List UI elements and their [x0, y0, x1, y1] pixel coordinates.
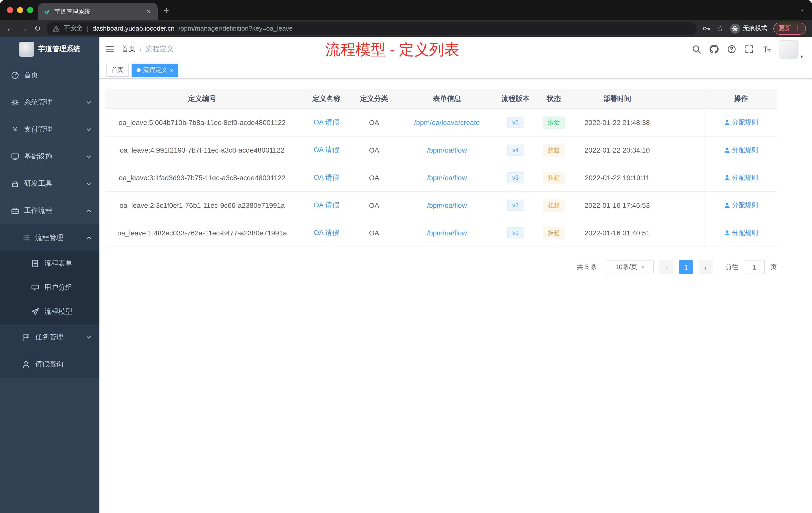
security-label: 不安全 [64, 24, 83, 33]
sidebar-item-label: 支付管理 [24, 125, 52, 134]
sidebar-item-process-model[interactable]: 流程模型 [0, 300, 99, 324]
sidebar-item-home[interactable]: 首页 [0, 62, 99, 89]
assign-rule-button[interactable]: 分配规则 [724, 118, 758, 127]
deploy-time: 2022-01-22 20:34:10 [577, 137, 658, 163]
reload-button[interactable]: ↻ [34, 24, 41, 33]
column-header: 定义分类 [354, 89, 394, 109]
tag-close-icon[interactable]: × [170, 66, 173, 73]
chrome-update-button[interactable]: 更新 ⋮ [773, 22, 806, 34]
definition-category: OA [354, 192, 394, 219]
toolbar-right: ☆ 无痕模式 更新 ⋮ [702, 22, 806, 34]
column-header: 定义名称 [299, 89, 354, 109]
pagination-total: 共 5 条 [577, 263, 597, 272]
new-tab-button[interactable]: + [164, 5, 169, 16]
bookmark-star-icon[interactable]: ☆ [717, 24, 724, 33]
key-icon[interactable] [702, 24, 710, 32]
pagination: 共 5 条 10条/页 ▾ ‹ 1 › 前往 页 [106, 260, 777, 274]
definition-name-link[interactable]: OA 请假 [314, 118, 340, 127]
search-icon[interactable] [692, 45, 701, 54]
window-close-button[interactable] [7, 7, 13, 13]
browser-window: 芋道管理系统 × + ⌄ ← → ↻ 不安全 | dashboard.yudao… [0, 0, 812, 513]
process-management-submenu: 流程表单 用户分组 流程模型 [0, 251, 99, 324]
back-button[interactable]: ← [6, 24, 14, 33]
tag-home[interactable]: 首页 [107, 63, 128, 77]
table-row: oa_leave:3:1fad3d93-7b75-11ec-a3c8-acde4… [106, 164, 777, 192]
gear-icon [11, 98, 19, 107]
form-link[interactable]: /bpm/oa/flow [427, 229, 467, 237]
chevron-down-icon [86, 335, 91, 340]
sidebar-item-infrastructure[interactable]: 基础设施 [0, 143, 99, 170]
definition-id: oa_leave:2:3c1f0ef1-76b1-11ec-9c66-a2380… [106, 192, 299, 219]
page-size-select[interactable]: 10条/页 ▾ [606, 260, 654, 274]
sidebar-item-label: 流程表单 [44, 259, 72, 268]
incognito-indicator: 无痕模式 [730, 23, 767, 33]
sidebar-item-label: 基础设施 [24, 152, 52, 161]
sidebar-item-payment[interactable]: ¥ 支付管理 [0, 116, 99, 143]
yen-icon: ¥ [11, 125, 19, 133]
column-header: 状态 [531, 89, 577, 109]
form-link[interactable]: /bpm/oa/flow [427, 174, 467, 182]
sidebar-item-label: 请假查询 [35, 360, 63, 369]
browser-tab[interactable]: 芋道管理系统 × [38, 3, 158, 20]
address-bar[interactable]: 不安全 | dashboard.yudao.iocoder.cn/bpm/man… [47, 22, 697, 35]
sidebar-item-system[interactable]: 系统管理 [0, 89, 99, 116]
github-icon[interactable] [709, 45, 719, 54]
tag-process-definition[interactable]: 流程定义 × [132, 63, 178, 77]
dashboard-icon [11, 71, 19, 79]
prev-page-button[interactable]: ‹ [659, 260, 673, 274]
sidebar-item-devtools[interactable]: 研发工具 [0, 170, 99, 197]
fullscreen-icon[interactable] [745, 45, 754, 54]
sidebar-item-user-group[interactable]: 用户分组 [0, 276, 99, 300]
sidebar-item-label: 首页 [24, 71, 38, 80]
page-jump-input[interactable] [744, 260, 765, 274]
window-zoom-button[interactable] [27, 7, 33, 13]
browser-menu-icon[interactable]: ⋮ [794, 25, 801, 32]
help-icon[interactable] [727, 45, 736, 54]
tab-search-chevron-icon[interactable]: ⌄ [800, 5, 805, 12]
sidebar-item-task-management[interactable]: 任务管理 [0, 324, 99, 351]
browser-toolbar: ← → ↻ 不安全 | dashboard.yudao.iocoder.cn/b… [0, 20, 812, 37]
sidebar-item-process-management[interactable]: 流程管理 [0, 224, 99, 251]
form-link[interactable]: /bpm/oa/leave/create [414, 118, 480, 126]
definition-name-link[interactable]: OA 请假 [314, 173, 340, 182]
sidebar-logo[interactable]: 芋道管理系统 [0, 37, 99, 62]
definition-name-link[interactable]: OA 请假 [314, 201, 340, 210]
column-header: 表单信息 [394, 89, 500, 109]
current-page-button[interactable]: 1 [679, 260, 693, 274]
tag-active-dot [137, 68, 141, 72]
version-badge: v5 [507, 117, 524, 128]
deploy-time: 2022-01-22 21:48:38 [577, 109, 658, 136]
font-size-icon[interactable] [762, 45, 771, 54]
document-icon [31, 260, 39, 268]
assign-rule-button[interactable]: 分配规则 [724, 229, 758, 237]
chevron-down-icon [86, 154, 91, 159]
breadcrumb-home[interactable]: 首页 [121, 45, 136, 54]
user-avatar[interactable]: ▾ [780, 40, 799, 58]
form-link[interactable]: /bpm/oa/flow [427, 201, 467, 209]
select-caret-icon: ▾ [641, 264, 644, 270]
deploy-time: 2022-01-16 17:46:53 [577, 192, 658, 219]
definition-name-link[interactable]: OA 请假 [314, 229, 340, 237]
tab-close-icon[interactable]: × [145, 7, 153, 16]
window-minimize-button[interactable] [17, 7, 23, 13]
sidebar-item-process-form[interactable]: 流程表单 [0, 251, 99, 276]
sidebar-item-leave-query[interactable]: 请假查询 [0, 351, 99, 378]
assign-rule-button[interactable]: 分配规则 [724, 201, 758, 210]
status-badge: 挂起 [543, 144, 565, 156]
definition-id: oa_leave:4:991f2193-7b7f-11ec-a3c8-acde4… [106, 137, 299, 163]
next-page-button[interactable]: › [698, 260, 713, 274]
logo-title: 芋道管理系统 [38, 45, 80, 54]
definition-name-link[interactable]: OA 请假 [314, 146, 340, 155]
assign-rule-button[interactable]: 分配规则 [724, 173, 758, 182]
hamburger-icon[interactable] [106, 45, 115, 54]
sidebar-item-workflow[interactable]: 工作流程 [0, 197, 99, 224]
avatar-caret-icon: ▾ [801, 54, 803, 59]
definition-category: OA [354, 219, 394, 246]
favicon-leaf-icon [43, 8, 50, 15]
lock-icon [11, 180, 19, 188]
page-content: 定义编号 定义名称 定义分类 表单信息 流程版本 状态 部署时间 操作 oa_l… [99, 79, 812, 274]
deploy-time: 2022-01-16 01:40:51 [577, 219, 658, 246]
forward-button[interactable]: → [20, 24, 28, 33]
assign-rule-button[interactable]: 分配规则 [724, 146, 758, 155]
form-link[interactable]: /bpm/oa/flow [427, 146, 467, 154]
